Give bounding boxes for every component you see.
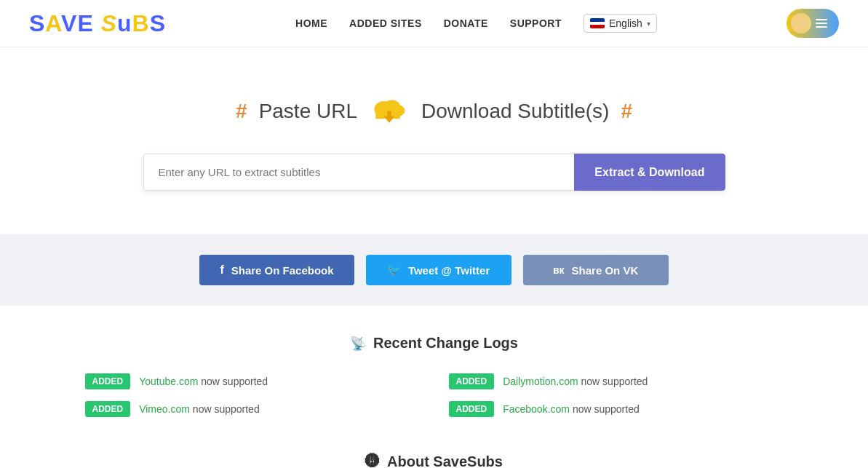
header: SAVE SuBS HOME ADDED SITES DONATE SUPPOR… xyxy=(0,0,868,47)
wordpress-icon: 🅦 xyxy=(365,453,380,468)
facebook-icon: f xyxy=(220,263,223,277)
vk-share-label: Share On VK xyxy=(572,264,639,277)
changelog-text: Facebook.com now supported xyxy=(503,403,640,415)
avatar xyxy=(791,13,811,33)
changelog-item-facebook: ADDED Facebook.com now supported xyxy=(449,401,784,417)
changelogs-section: 📡 Recent Change Logs ADDED Youtube.com n… xyxy=(71,306,798,446)
facebook-share-label: Share On Facebook xyxy=(231,264,334,277)
changelog-grid: ADDED Youtube.com now supported ADDED Da… xyxy=(85,373,784,417)
extract-download-button[interactable]: Extract & Download xyxy=(574,154,725,191)
hash-left: # xyxy=(236,100,247,123)
logo[interactable]: SAVE SuBS xyxy=(29,10,166,37)
youtube-link[interactable]: Youtube.com xyxy=(139,376,198,387)
dailymotion-link[interactable]: Dailymotion.com xyxy=(503,376,578,387)
changelog-item-youtube: ADDED Youtube.com now supported xyxy=(85,373,420,389)
added-badge: ADDED xyxy=(85,373,131,389)
main-nav: HOME ADDED SITES DONATE SUPPORT English … xyxy=(295,14,657,33)
svg-rect-5 xyxy=(387,111,391,119)
download-subtitle-label: Download Subtitle(s) xyxy=(421,100,609,123)
user-badge[interactable] xyxy=(787,9,839,38)
vk-share-button[interactable]: вк Share On VK xyxy=(523,255,669,285)
rss-icon: 📡 xyxy=(350,336,366,352)
language-flag xyxy=(590,18,605,28)
changelog-text: Dailymotion.com now supported xyxy=(503,376,648,387)
twitter-icon: 🐦 xyxy=(387,263,401,277)
cloud-download-icon xyxy=(369,91,410,132)
added-badge: ADDED xyxy=(85,401,131,417)
language-label: English xyxy=(609,17,642,29)
hero-title: # Paste URL Download Subtitle(s) # xyxy=(15,91,853,132)
nav-donate[interactable]: DONATE xyxy=(444,17,488,29)
about-section: 🅦 About SaveSubs xyxy=(0,446,868,468)
twitter-share-button[interactable]: 🐦 Tweet @ Twitter xyxy=(366,255,511,285)
about-title: 🅦 About SaveSubs xyxy=(15,453,853,468)
changelog-text: Youtube.com now supported xyxy=(139,376,268,387)
vimeo-link[interactable]: Vimeo.com xyxy=(139,403,190,415)
nav-added-sites[interactable]: ADDED SITES xyxy=(349,17,422,29)
menu-icon xyxy=(816,19,827,28)
language-selector[interactable]: English ▾ xyxy=(584,14,657,33)
hero-section: # Paste URL Download Subtitle(s) # Extra… xyxy=(0,47,868,220)
paste-url-label: Paste URL xyxy=(259,100,357,123)
hash-right: # xyxy=(621,100,632,123)
url-input[interactable] xyxy=(143,154,575,191)
chevron-down-icon: ▾ xyxy=(647,20,650,28)
added-badge: ADDED xyxy=(449,401,495,417)
social-share-bar: f Share On Facebook 🐦 Tweet @ Twitter вк… xyxy=(0,234,868,306)
vk-icon: вк xyxy=(553,264,565,276)
nav-support[interactable]: SUPPORT xyxy=(510,17,562,29)
added-badge: ADDED xyxy=(449,373,495,389)
changelog-item-dailymotion: ADDED Dailymotion.com now supported xyxy=(449,373,784,389)
search-bar: Extract & Download xyxy=(143,154,725,191)
facebook-link[interactable]: Facebook.com xyxy=(503,403,570,415)
changelog-item-vimeo: ADDED Vimeo.com now supported xyxy=(85,401,420,417)
facebook-share-button[interactable]: f Share On Facebook xyxy=(199,255,354,285)
twitter-share-label: Tweet @ Twitter xyxy=(408,264,490,277)
changelogs-title: 📡 Recent Change Logs xyxy=(85,335,784,352)
changelog-text: Vimeo.com now supported xyxy=(139,403,260,415)
nav-home[interactable]: HOME xyxy=(295,17,327,29)
